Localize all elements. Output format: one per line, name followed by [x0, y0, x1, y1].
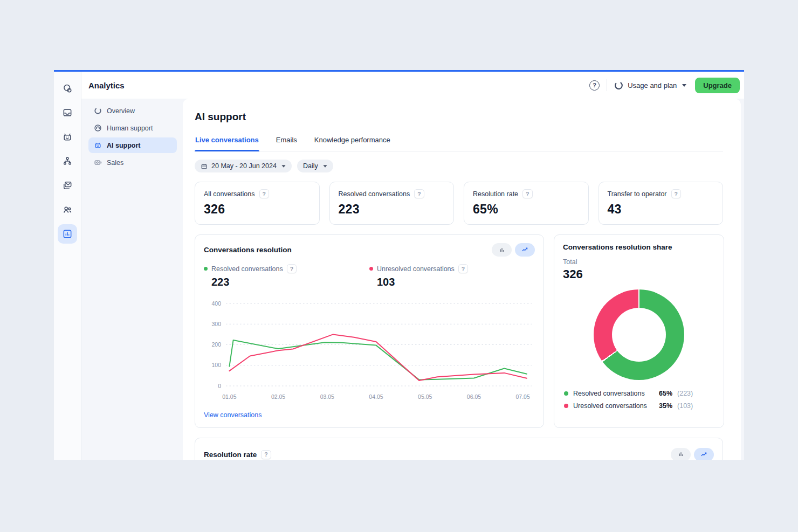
upgrade-button[interactable]: Upgrade	[695, 78, 740, 93]
help-badge[interactable]: ?	[671, 189, 681, 198]
granularity-select[interactable]: Daily	[297, 160, 333, 172]
unresolved-dot-icon	[369, 267, 373, 271]
help-badge[interactable]: ?	[287, 264, 297, 273]
svg-text:06.05: 06.05	[467, 393, 481, 400]
resolution-rate-card: Resolution rate ?	[195, 438, 723, 460]
svg-text:300: 300	[211, 321, 221, 327]
tab-live-conversations[interactable]: Live conversations	[195, 136, 259, 151]
help-badge[interactable]: ?	[261, 450, 271, 459]
usage-ring-icon	[614, 81, 623, 90]
legend-label: Resolved conversations	[573, 390, 654, 397]
stat-value: 43	[608, 202, 714, 217]
inbox-icon[interactable]	[58, 103, 77, 122]
campaigns-icon[interactable]	[58, 176, 77, 195]
line-chart-toggle[interactable]	[694, 448, 714, 460]
filters-row: 20 May - 20 Jun 2024 Daily	[195, 160, 723, 172]
analytics-icon[interactable]	[58, 224, 77, 244]
tab-emails[interactable]: Emails	[276, 136, 298, 151]
sidebar-item-label: AI support	[107, 142, 141, 149]
line-legend: Resolved conversations ? 223 Unre	[204, 264, 535, 288]
card-title: Conversations resolution share	[563, 243, 715, 251]
stat-value: 223	[339, 202, 445, 217]
sidebar: Overview Human support	[81, 99, 183, 460]
chatbot-icon[interactable]	[58, 127, 77, 147]
stat-label: Resolved conversations	[339, 190, 410, 198]
legend-unresolved: Unresolved conversations ? 103	[369, 264, 535, 288]
resolution-donut-chart	[594, 289, 684, 380]
conversations-resolution-card: Conversations resolution	[195, 234, 544, 428]
line-chart-toggle[interactable]	[515, 243, 535, 257]
bar-chart-toggle[interactable]	[492, 243, 512, 257]
svg-text:01.05: 01.05	[222, 393, 236, 400]
tab-knowledge-performance[interactable]: Knowledge performance	[314, 136, 391, 151]
total-label: Total	[563, 258, 715, 266]
card-title: Resolution rate	[204, 451, 257, 459]
header: Analytics ? Usage and plan Upgrade	[81, 72, 744, 99]
donut-legend-resolved: Resolved conversations 65% (223)	[563, 390, 715, 397]
help-icon[interactable]: ?	[589, 80, 600, 91]
legend-resolved: Resolved conversations ? 223	[204, 264, 369, 288]
sidebar-item-overview[interactable]: Overview	[88, 103, 177, 119]
stat-cards: All conversations ? 326 Resolved convers…	[195, 182, 723, 225]
legend-label: Uresolved conversations	[573, 402, 654, 410]
headset-icon	[94, 124, 102, 132]
icon-rail	[54, 72, 81, 460]
sidebar-item-label: Sales	[107, 159, 123, 167]
chevron-down-icon	[682, 84, 686, 87]
stat-value: 65%	[473, 202, 580, 217]
main-area: AI support Live conversations Emails Kno…	[183, 99, 744, 460]
help-badge[interactable]: ?	[414, 189, 424, 198]
svg-text:03.05: 03.05	[320, 393, 334, 400]
legend-count: (103)	[677, 402, 693, 410]
resolved-dot-icon	[204, 267, 208, 271]
svg-text:05.05: 05.05	[418, 393, 432, 400]
legend-percent: 35%	[659, 402, 672, 410]
sidebar-item-human-support[interactable]: Human support	[88, 120, 177, 136]
chevron-down-icon	[323, 165, 327, 168]
contacts-icon[interactable]	[58, 200, 77, 219]
help-badge[interactable]: ?	[259, 189, 269, 198]
bar-chart-toggle[interactable]	[671, 448, 691, 460]
svg-text:07.05: 07.05	[516, 393, 530, 400]
chatbot-icon	[94, 141, 102, 149]
svg-text:02.05: 02.05	[271, 393, 285, 400]
stat-transfer-to-operator: Transfer to operator ? 43	[598, 182, 724, 225]
svg-text:0: 0	[218, 383, 221, 389]
stat-value: 326	[204, 202, 311, 217]
stat-label: Transfer to operator	[608, 190, 667, 198]
tidio-logo-icon[interactable]	[58, 79, 77, 98]
money-icon	[94, 158, 102, 167]
legend-percent: 65%	[659, 390, 672, 397]
legend-label: Unresolved conversations	[377, 265, 455, 273]
usage-and-plan-button[interactable]: Usage and plan	[614, 81, 686, 90]
legend-value: 223	[211, 276, 369, 288]
view-conversations-link[interactable]: View conversations	[204, 411, 262, 419]
date-range-value: 20 May - 20 Jun 2024	[211, 162, 277, 170]
app-window: Analytics ? Usage and plan Upgrade	[54, 70, 744, 460]
tab-bar: Live conversations Emails Knowledge perf…	[195, 136, 723, 151]
page-title: Analytics	[88, 81, 125, 90]
legend-count: (223)	[677, 390, 693, 397]
sidebar-item-label: Overview	[107, 107, 135, 115]
svg-text:400: 400	[211, 300, 221, 307]
unresolved-dot-icon	[564, 404, 568, 408]
stat-label: All conversations	[204, 190, 255, 198]
card-title: Conversations resolution	[204, 246, 292, 254]
help-badge[interactable]: ?	[458, 264, 468, 273]
header-divider	[607, 79, 607, 91]
sidebar-item-sales[interactable]: Sales	[88, 155, 177, 170]
usage-label: Usage and plan	[628, 81, 677, 89]
sidebar-item-ai-support[interactable]: AI support	[88, 137, 177, 153]
donut-legend-unresolved: Uresolved conversations 35% (103)	[563, 402, 715, 410]
resolution-share-card: Conversations resolution share Total 326…	[554, 234, 724, 428]
flows-icon[interactable]	[58, 151, 77, 171]
resolution-line-chart: 010020030040001.0502.0503.0504.0505.0506…	[204, 295, 535, 406]
legend-value: 103	[377, 276, 535, 288]
granularity-value: Daily	[303, 162, 318, 170]
svg-text:200: 200	[211, 341, 221, 348]
overview-ring-icon	[94, 107, 102, 115]
svg-text:04.05: 04.05	[369, 393, 383, 400]
help-badge[interactable]: ?	[522, 189, 532, 198]
date-range-picker[interactable]: 20 May - 20 Jun 2024	[195, 160, 292, 172]
chevron-down-icon	[281, 165, 285, 168]
